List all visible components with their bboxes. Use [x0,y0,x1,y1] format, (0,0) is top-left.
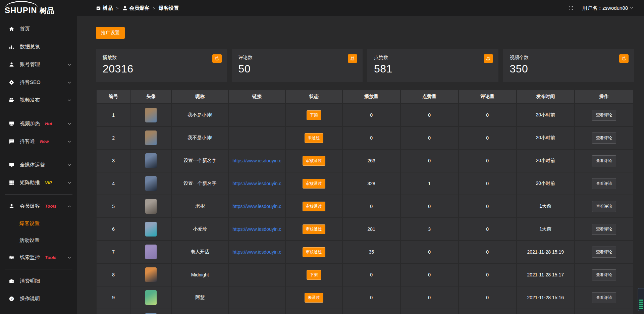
sidebar-item-home[interactable]: 首页 [0,20,77,38]
avatar [145,176,157,191]
total-badge: 总 [348,54,357,63]
view-comments-button[interactable]: 查看评论 [592,110,616,121]
sidebar-item-video-heating[interactable]: 视频加热Hot [0,115,77,133]
cell-plays: 328 [342,172,400,195]
video-link[interactable]: https://www.iesdouyin.c [232,204,281,209]
chevron-down-icon [67,121,72,126]
sidebar-item-consumption-detail[interactable]: 消费明细 [0,272,77,290]
cell-id: 9 [96,286,131,309]
video-link[interactable]: https://www.iesdouyin.c [232,181,281,186]
sidebar-item-member-baoke[interactable]: 会员爆客Tools [0,197,77,215]
sidebar-item-label: 抖音SEO [20,79,41,86]
cell-likes: 1 [400,172,459,195]
cell-plays: 35 [342,241,400,263]
cell-plays: 281 [342,218,400,241]
chevron-down-icon [67,180,72,185]
sliders-icon [9,255,15,260]
view-comments-button[interactable]: 查看评论 [592,178,616,189]
sidebar-item-clue-monitor[interactable]: 线索监控Tools [0,249,77,266]
cell-id: 10 [96,309,131,314]
avatar [145,267,157,282]
cell-avatar [131,149,172,172]
video-link[interactable]: https://www.iesdouyin.c [232,158,281,163]
view-comments-button[interactable]: 查看评论 [592,224,616,235]
sidebar-subitem-baoke-settings[interactable]: 爆客设置 [0,215,77,232]
svg-text:?: ? [11,297,13,301]
promotion-settings-button[interactable]: 推广设置 [96,27,125,39]
cell-likes: 0 [400,195,459,218]
sidebar-item-data-overview[interactable]: 数据总览 [0,38,77,56]
view-comments-button[interactable]: 查看评论 [592,269,616,280]
cell-nickname [171,309,228,314]
gear-icon [9,80,15,85]
window-check-icon [96,6,101,11]
cell-id: 2 [96,126,131,149]
floating-widget[interactable] [638,288,644,311]
cell-status: 审核通过 [285,218,342,241]
chevron-down-icon [629,5,634,11]
status-badge: 审核通过 [303,247,325,257]
sidebar-item-label: 账号管理 [20,61,40,68]
sidebar-item-badge: Tools [45,204,56,209]
cell-nickname: 阿慧 [171,286,228,309]
logo-suffix: 树品 [40,7,54,14]
sidebar-item-matrix-boost[interactable]: 矩阵助推VIP [0,174,77,192]
sidebar-item-label: 抖客通 [20,138,35,145]
column-header: 播放量 [342,90,400,104]
status-badge: 审核通过 [303,156,325,166]
column-header: 发布时间 [517,90,575,104]
view-comments-button[interactable]: 查看评论 [592,201,616,212]
sidebar-item-video-publish[interactable]: 视频发布 [0,91,77,109]
chevron-down-icon [67,163,72,167]
sidebar-item-douyin-seo[interactable]: 抖音SEO [0,73,77,91]
view-comments-button[interactable]: 查看评论 [592,247,616,258]
cell-publish-time: 20小时前 [517,126,575,149]
cell-avatar [131,172,172,195]
breadcrumb-item-2[interactable]: 会员爆客 [122,5,150,11]
cell-avatar [131,241,172,263]
chevron-down-icon [67,80,72,85]
breadcrumb-item-3: 爆客设置 [159,5,179,11]
cell-comments: 0 [459,126,517,149]
cell-avatar [131,126,172,149]
sidebar-item-badge: Tools [45,255,56,260]
video-link[interactable]: https://www.iesdouyin.c [232,249,281,255]
breadcrumb-item-1[interactable]: 树品 [96,5,113,11]
cell-publish-time: 2021-11-28 15:16 [517,286,575,309]
stat-value: 50 [238,63,356,75]
cell-link: https://www.iesdouyin.c [228,172,285,195]
cell-action: 查看评论 [575,241,634,263]
breadcrumb-separator: > [153,6,156,11]
video-link[interactable]: https://www.iesdouyin.c [232,226,281,232]
sidebar-item-douke-tong[interactable]: 抖客通New [0,133,77,150]
cell-avatar [131,309,172,314]
avatar [145,245,157,259]
column-header: 操作 [575,90,634,104]
status-badge: 审核通过 [303,202,325,211]
view-comments-button[interactable]: 查看评论 [592,133,616,144]
cell-action: 查看评论 [575,286,634,309]
stat-card-1: 播放数20316总 [96,49,227,82]
fullscreen-icon[interactable] [568,5,574,11]
floating-widget-bars [639,300,643,310]
cell-nickname: 我不是小帅! [171,104,228,126]
cell-nickname: 设置一个新名字 [171,149,228,172]
stat-value: 20316 [103,63,220,75]
sidebar-item-media-operation[interactable]: 全媒体运营 [0,156,77,174]
sidebar-subitem-activity-settings[interactable]: 活动设置 [0,232,77,249]
cell-link [228,263,285,286]
view-comments-button[interactable]: 查看评论 [592,155,616,166]
cell-publish-time: 1天前 [517,195,575,218]
logo-text: SHUPIN [5,6,37,14]
cell-publish-time: 2021-11-28 15:19 [517,241,575,263]
view-comments-button[interactable]: 查看评论 [592,292,616,303]
sidebar-item-operation-guide[interactable]: ?操作说明 [0,290,77,308]
status-badge: 未通过 [305,133,323,143]
cell-status: 审核通过 [285,241,342,263]
screen-icon [9,162,15,168]
username-dropdown[interactable]: 用户名：zswodun88 [582,5,634,11]
sidebar-item-account-management[interactable]: 账号管理 [0,56,77,73]
cell-link: https://www.iesdouyin.c [228,195,285,218]
total-badge: 总 [484,54,493,63]
cell-status: 下架 [285,263,342,286]
